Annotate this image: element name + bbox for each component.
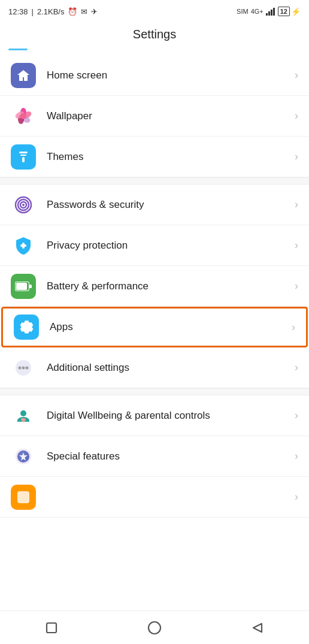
nav-square-button[interactable]: [38, 615, 65, 641]
svg-rect-31: [17, 491, 29, 503]
wellbeing-chevron: ›: [295, 409, 298, 422]
svg-rect-21: [16, 283, 27, 290]
svg-point-27: [20, 410, 26, 416]
svg-rect-18: [20, 244, 26, 247]
home-screen-icon: [11, 63, 36, 88]
top-decoration-line: [8, 49, 28, 50]
svg-rect-0: [266, 13, 268, 16]
status-bar: 12:38 | 2.1KB/s ⏰ ✉ ✈ SIM 4G+ 12 ⚡: [0, 0, 309, 22]
home-screen-chevron: ›: [295, 69, 298, 81]
apps-label: Apps: [50, 321, 287, 333]
bottom-spacer: [0, 518, 309, 551]
signal-bars: [266, 7, 275, 16]
settings-item-special-features[interactable]: Special features ›: [0, 436, 309, 477]
settings-item-themes[interactable]: Themes ›: [0, 137, 309, 177]
security-label: Passwords & security: [47, 199, 290, 211]
separator: |: [32, 7, 34, 16]
status-right: SIM 4G+ 12 ⚡: [237, 7, 301, 16]
last-item-icon: [11, 485, 36, 510]
battery-level: 12: [278, 7, 290, 16]
svg-point-16: [22, 204, 25, 206]
group-divider-2: [0, 388, 309, 395]
settings-item-additional-settings[interactable]: Additional settings ›: [0, 347, 309, 388]
special-label: Special features: [47, 451, 290, 462]
settings-item-digital-wellbeing[interactable]: Digital Wellbeing & parental controls ›: [0, 395, 309, 436]
settings-list: Home screen › Wallpaper › T: [0, 55, 309, 518]
themes-label: Themes: [47, 151, 290, 163]
settings-item-home-screen[interactable]: Home screen ›: [0, 55, 309, 96]
privacy-icon: [11, 233, 36, 258]
svg-rect-12: [22, 157, 25, 162]
battery-display: 12 ⚡: [278, 7, 301, 16]
signal-icon: 4G+: [251, 8, 263, 15]
status-left: 12:38 | 2.1KB/s ⏰ ✉ ✈: [8, 7, 98, 16]
svg-rect-3: [273, 8, 275, 16]
home-screen-label: Home screen: [47, 69, 290, 81]
sim-icon: SIM: [237, 8, 249, 15]
additional-icon: [11, 355, 36, 380]
svg-rect-1: [268, 11, 270, 16]
svg-point-26: [26, 366, 29, 369]
group-divider-1: [0, 177, 309, 185]
additional-label: Additional settings: [47, 362, 290, 374]
settings-item-battery-performance[interactable]: Battery & performance ›: [0, 266, 309, 307]
svg-point-33: [149, 622, 160, 634]
settings-item-privacy-protection[interactable]: Privacy protection ›: [0, 225, 309, 266]
nav-bar: [0, 610, 309, 644]
settings-item-apps[interactable]: Apps ›: [1, 307, 308, 347]
charging-icon: ⚡: [291, 7, 301, 16]
battery-chevron: ›: [295, 280, 298, 292]
additional-chevron: ›: [295, 361, 298, 374]
wallpaper-icon: [11, 104, 36, 129]
svg-point-25: [22, 366, 25, 369]
privacy-chevron: ›: [295, 239, 298, 252]
battery-label: Battery & performance: [47, 280, 290, 292]
wallpaper-chevron: ›: [295, 110, 298, 122]
security-icon: [11, 192, 36, 217]
svg-rect-10: [19, 152, 28, 153]
wallpaper-label: Wallpaper: [47, 110, 290, 122]
wellbeing-label: Digital Wellbeing & parental controls: [47, 410, 290, 422]
special-icon: [11, 444, 36, 469]
msg-icon: ✉: [81, 7, 87, 16]
time: 12:38: [8, 7, 28, 16]
nav-back-button[interactable]: [244, 615, 271, 641]
apps-chevron: ›: [292, 321, 295, 334]
svg-point-9: [20, 113, 26, 119]
special-chevron: ›: [295, 450, 298, 462]
settings-item-last[interactable]: ›: [0, 477, 309, 518]
security-chevron: ›: [295, 198, 298, 211]
svg-rect-11: [20, 155, 26, 156]
svg-rect-22: [29, 285, 32, 288]
privacy-label: Privacy protection: [47, 240, 290, 252]
nav-circle-button[interactable]: [141, 615, 168, 641]
svg-point-24: [19, 366, 22, 369]
page-title: Settings: [0, 22, 309, 46]
themes-chevron: ›: [295, 150, 298, 163]
themes-icon: [11, 144, 36, 170]
network-speed: 2.1KB/s: [37, 7, 65, 16]
nav-icon: ✈: [91, 7, 98, 16]
svg-marker-34: [253, 624, 262, 632]
svg-rect-2: [271, 10, 272, 16]
svg-rect-32: [47, 623, 56, 633]
battery-icon: [11, 274, 36, 299]
wellbeing-icon: [11, 403, 36, 428]
settings-item-passwords-security[interactable]: Passwords & security ›: [0, 185, 309, 225]
apps-icon: [14, 315, 39, 340]
settings-item-wallpaper[interactable]: Wallpaper ›: [0, 96, 309, 137]
clock-icon: ⏰: [68, 7, 77, 16]
last-item-chevron: ›: [295, 491, 298, 503]
